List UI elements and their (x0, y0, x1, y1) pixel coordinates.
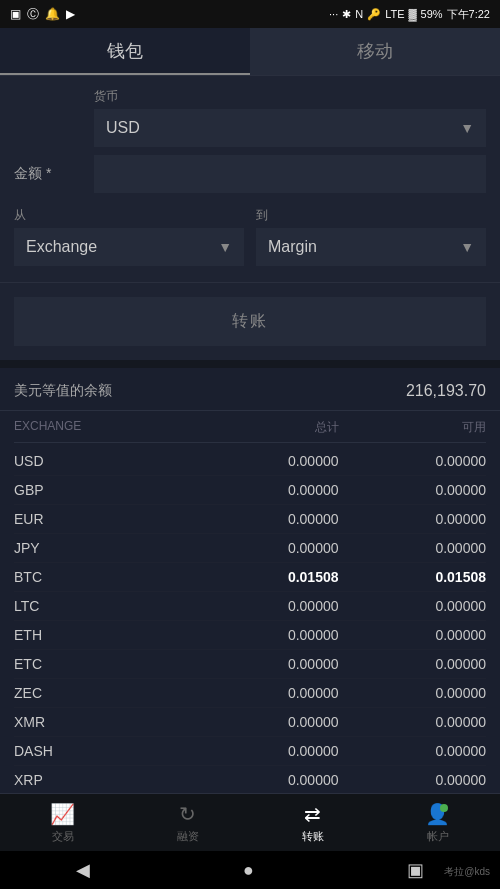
table-row[interactable]: ETC0.000000.00000 (14, 650, 486, 679)
table-row[interactable]: XMR0.000000.00000 (14, 708, 486, 737)
table-row[interactable]: ETH0.000000.00000 (14, 621, 486, 650)
td-available: 0.00000 (339, 482, 487, 498)
amount-input-wrapper (94, 155, 486, 193)
nav-label-account: 帐户 (427, 829, 449, 844)
divider-line (0, 410, 500, 411)
dots-icon: ··· (329, 8, 338, 20)
account-icon-wrap: 👤 (425, 802, 450, 826)
td-available: 0.00000 (339, 714, 487, 730)
status-left-icons: ▣ Ⓒ 🔔 ▶ (10, 6, 75, 23)
back-button[interactable]: ◀ (76, 859, 90, 881)
td-total: 0.00000 (191, 656, 339, 672)
td-currency: JPY (14, 540, 191, 556)
tab-mobile[interactable]: 移动 (250, 28, 500, 75)
amount-label: 金额 * (14, 165, 94, 183)
td-total: 0.00000 (191, 714, 339, 730)
currency-chevron-icon: ▼ (460, 120, 474, 136)
trade-icon: 📈 (50, 802, 75, 826)
table-row[interactable]: JPY0.000000.00000 (14, 534, 486, 563)
account-online-dot (440, 804, 448, 812)
table-row[interactable]: ZEC0.000000.00000 (14, 679, 486, 708)
table-row[interactable]: BTC0.015080.01508 (14, 563, 486, 592)
tab-wallet[interactable]: 钱包 (0, 28, 250, 75)
td-currency: ZEC (14, 685, 191, 701)
top-tab-bar: 钱包 移动 (0, 28, 500, 76)
td-currency: LTC (14, 598, 191, 614)
bottom-nav: 📈 交易 ↻ 融资 ⇄ 转账 👤 帐户 (0, 793, 500, 851)
time-display: 下午7:22 (447, 7, 490, 22)
from-value: Exchange (26, 238, 97, 256)
nav-label-transfer: 转账 (302, 829, 324, 844)
recent-button[interactable]: ▣ (407, 859, 424, 881)
currency-label: 货币 (94, 88, 356, 105)
td-currency: DASH (14, 743, 191, 759)
td-available: 0.00000 (339, 772, 487, 788)
td-available: 0.00000 (339, 453, 487, 469)
to-column: 到 Margin ▼ (256, 207, 486, 266)
table-row[interactable]: XRP0.000000.00000 (14, 766, 486, 795)
clock-icon: Ⓒ (27, 6, 39, 23)
amount-input[interactable] (106, 165, 474, 183)
td-available: 0.00000 (339, 656, 487, 672)
table-row[interactable]: LTC0.000000.00000 (14, 592, 486, 621)
from-to-row: 从 Exchange ▼ 到 Margin ▼ (14, 207, 486, 266)
td-total: 0.00000 (191, 511, 339, 527)
balance-value: 216,193.70 (406, 382, 486, 400)
from-chevron-icon: ▼ (218, 239, 232, 255)
key-icon: 🔑 (367, 8, 381, 21)
transfer-button-section: 转账 (0, 282, 500, 360)
play-icon: ▶ (66, 7, 75, 21)
td-total: 0.01508 (191, 569, 339, 585)
nav-item-transfer[interactable]: ⇄ 转账 (250, 794, 375, 851)
nav-item-account[interactable]: 👤 帐户 (375, 794, 500, 851)
td-available: 0.00000 (339, 598, 487, 614)
td-available: 0.00000 (339, 540, 487, 556)
td-currency: XMR (14, 714, 191, 730)
home-button[interactable]: ● (243, 860, 254, 881)
nav-label-trade: 交易 (52, 829, 74, 844)
system-nav: ◀ ● ▣ 考拉@kds (0, 851, 500, 889)
td-currency: GBP (14, 482, 191, 498)
finance-icon: ↻ (179, 802, 196, 826)
transfer-form: 货币 USD ▼ 金额 * 从 Exchange ▼ 到 Margin ▼ (0, 76, 500, 282)
th-exchange-label: EXCHANGE (14, 419, 191, 436)
to-select[interactable]: Margin ▼ (256, 228, 486, 266)
status-bar: ▣ Ⓒ 🔔 ▶ ··· ✱ N 🔑 LTE ▓ 59% 下午7:22 (0, 0, 500, 28)
td-currency: BTC (14, 569, 191, 585)
table-row[interactable]: DASH0.000000.00000 (14, 737, 486, 766)
table-header: EXCHANGE 总计 可用 (14, 413, 486, 443)
td-currency: ETC (14, 656, 191, 672)
from-column: 从 Exchange ▼ (14, 207, 244, 266)
status-right-icons: ··· ✱ N 🔑 LTE ▓ 59% 下午7:22 (329, 7, 490, 22)
bluetooth-icon: ✱ (342, 8, 351, 21)
td-available: 0.01508 (339, 569, 487, 585)
td-total: 0.00000 (191, 685, 339, 701)
transfer-icon: ⇄ (304, 802, 321, 826)
nav-item-trade[interactable]: 📈 交易 (0, 794, 125, 851)
from-select[interactable]: Exchange ▼ (14, 228, 244, 266)
currency-select[interactable]: USD ▼ (94, 109, 486, 147)
td-currency: ETH (14, 627, 191, 643)
section-divider (0, 360, 500, 368)
signal-icon: LTE (385, 8, 404, 20)
from-label: 从 (14, 207, 244, 224)
battery-icon: ▓ (409, 8, 417, 20)
td-available: 0.00000 (339, 511, 487, 527)
to-chevron-icon: ▼ (460, 239, 474, 255)
td-total: 0.00000 (191, 772, 339, 788)
balance-label: 美元等值的余额 (14, 382, 112, 400)
table-row[interactable]: USD0.000000.00000 (14, 447, 486, 476)
nav-label-finance: 融资 (177, 829, 199, 844)
transfer-button[interactable]: 转账 (14, 297, 486, 346)
td-total: 0.00000 (191, 453, 339, 469)
table-row[interactable]: EUR0.000000.00000 (14, 505, 486, 534)
balance-section: 美元等值的余额 216,193.70 (0, 368, 500, 408)
td-available: 0.00000 (339, 627, 487, 643)
td-total: 0.00000 (191, 627, 339, 643)
td-available: 0.00000 (339, 743, 487, 759)
table-row[interactable]: GBP0.000000.00000 (14, 476, 486, 505)
to-label: 到 (256, 207, 486, 224)
bell-icon: 🔔 (45, 7, 60, 21)
nav-item-finance[interactable]: ↻ 融资 (125, 794, 250, 851)
td-currency: EUR (14, 511, 191, 527)
